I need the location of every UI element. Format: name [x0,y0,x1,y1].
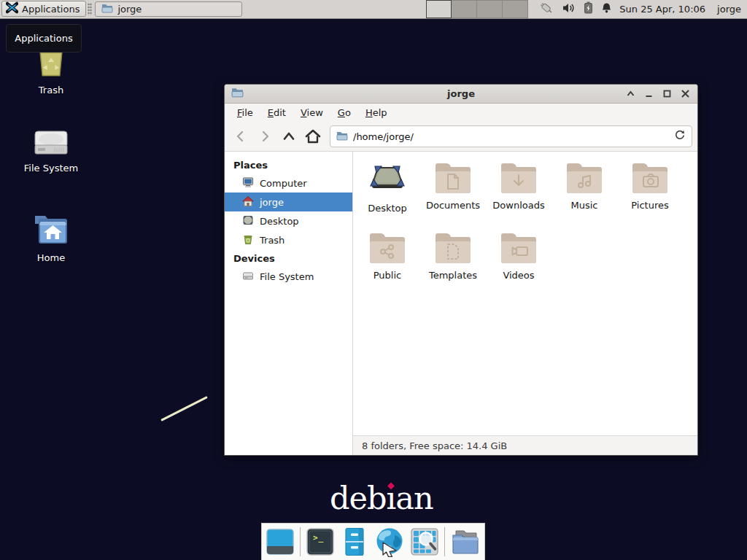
folder-item-label: Templates [429,270,477,281]
file-manager-window: jorge File Edit View Go Help [224,84,698,456]
applications-menu-label: Applications [22,4,80,15]
toolbar: /home/jorge/ [225,122,697,152]
folder-icon [101,3,113,15]
desktop-icon-label: Home [37,252,65,263]
reload-icon[interactable] [674,129,686,144]
dock-separator [444,527,445,556]
sidebar-item-jorge[interactable]: jorge [225,192,352,211]
folder-item-label: Videos [503,270,534,281]
shade-button[interactable] [624,88,636,100]
sidebar-item-label: Computer [260,178,307,189]
folder-icon-music [567,163,602,193]
sidebar-item-computer[interactable]: Computer [225,174,352,192]
folder-item-pictures[interactable]: Pictures [617,163,683,233]
folder-icon-pictures [632,163,667,193]
workspace-switcher [426,0,528,18]
hard-drive-icon [34,131,68,158]
notification-bell-icon[interactable] [601,2,612,17]
menu-help[interactable]: Help [358,105,395,120]
devices-header: Devices [225,249,352,267]
folder-item-label: Desktop [368,203,407,214]
folder-icon-public [370,233,405,263]
menu-file[interactable]: File [230,105,260,120]
status-bar: 8 folders, Free space: 14.4 GiB [353,435,697,455]
maximize-button[interactable] [661,88,673,100]
applications-tooltip-text: Applications [15,33,72,44]
workspace-3[interactable] [477,0,503,18]
file-cabinet-icon[interactable] [340,526,369,557]
side-pane: Places Computer [225,152,353,455]
folder-item-music[interactable]: Music [551,163,617,233]
network-plug-icon[interactable] [538,1,554,18]
desktop-icon-file-system[interactable]: File System [15,128,88,174]
folder-item-public[interactable]: Public [355,233,420,303]
folder-item-templates[interactable]: Templates [420,233,486,303]
debian-logo-text: deb [330,480,387,516]
folder-item-documents[interactable]: Documents [420,163,486,233]
workspace-2[interactable] [452,0,477,18]
panel-handle[interactable] [88,3,92,15]
sidebar-item-label: Trash [260,235,285,246]
applications-menu-button[interactable]: Applications [1,1,86,17]
desktop-icon-label: File System [24,163,78,174]
battery-icon[interactable] [584,1,593,17]
sidebar-item-file-system[interactable]: File System [225,267,352,286]
desktop-icon-home[interactable]: Home [15,213,88,263]
wallpaper-artifact-line [160,396,208,421]
folder-item-label: Public [374,270,401,281]
sidebar-item-label: jorge [260,197,284,208]
debian-logo: debıan [330,480,433,516]
workspace-1[interactable] [426,0,452,18]
folder-icon-templates [436,233,471,263]
debian-logo-text: an [395,480,433,516]
places-header: Places [225,156,352,174]
folder-item-downloads[interactable]: Downloads [486,163,551,233]
minimize-button[interactable] [643,88,654,100]
system-tray [538,0,612,18]
menu-view[interactable]: View [293,105,330,120]
terminal-icon[interactable]: >_ [306,526,335,557]
desktop-special-icon [370,163,405,196]
sidebar-item-desktop[interactable]: Desktop [225,211,352,230]
applications-tooltip: Applications [6,24,82,52]
home-button[interactable] [302,125,324,147]
sidebar-item-trash[interactable]: Trash [225,230,352,249]
panel-clock[interactable]: Sun 25 Apr, 10:06 [619,0,705,18]
folder-item-videos[interactable]: Videos [486,233,551,303]
folder-item-label: Downloads [492,200,544,211]
volume-icon[interactable] [562,2,576,17]
forward-button[interactable] [254,125,276,147]
desktop-icon [242,214,254,228]
computer-icon [242,176,254,190]
taskbar-window-button[interactable]: jorge [95,1,242,17]
workspace-4[interactable] [503,0,528,18]
status-text: 8 folders, Free space: 14.4 GiB [362,440,507,451]
folder-item-desktop[interactable]: Desktop [355,163,420,233]
window-titlebar[interactable]: jorge [225,85,697,104]
path-text[interactable]: /home/jorge/ [353,131,669,142]
menu-edit[interactable]: Edit [260,105,293,120]
dock: >_ [261,523,485,560]
top-panel: Applications jorge [0,0,747,19]
folder-item-label: Music [571,200,598,211]
path-bar[interactable]: /home/jorge/ [330,125,692,147]
home-folder-icon [33,213,69,248]
up-button[interactable] [278,125,300,147]
web-browser-icon[interactable] [374,526,405,557]
folder-dock-icon[interactable] [450,526,481,557]
menu-go[interactable]: Go [330,105,358,120]
folder-icon-videos [501,233,536,263]
app-finder-icon[interactable] [410,526,439,557]
folder-item-label: Documents [426,200,480,211]
file-view: Desktop Documents [353,152,697,435]
menu-bar: File Edit View Go Help [225,104,697,122]
path-folder-icon [336,130,348,144]
show-desktop-icon[interactable] [266,526,295,557]
folder-icon-documents [436,163,471,193]
back-button[interactable] [230,125,252,147]
xfce-logo-icon [6,1,18,16]
close-button[interactable] [679,88,691,100]
folder-icon-downloads [501,163,536,193]
sidebar-item-label: Desktop [260,216,299,227]
folder-item-label: Pictures [631,200,668,211]
